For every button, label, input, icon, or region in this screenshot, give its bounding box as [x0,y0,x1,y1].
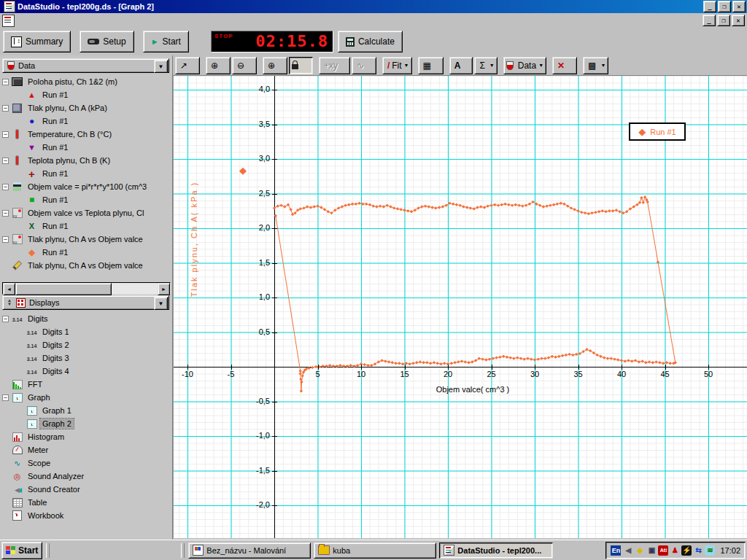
dropdown-caret-icon[interactable]: ▼ [600,63,605,68]
graph-toolbar-button[interactable]: ✕ ▼ [552,57,577,74]
scroll-left-arrow[interactable]: ◄ [3,283,15,295]
taskbar-clock[interactable]: 17:02 [720,546,740,555]
graph-toolbar-button[interactable]: Data ▼ [503,57,546,74]
close-button[interactable]: ✕ [732,1,746,12]
data-panel-header[interactable]: Data ▼ [2,58,169,73]
expand-collapse-icon[interactable]: − [2,394,9,401]
panel-splitter-icon[interactable]: ▲▼ [7,299,12,306]
data-tree-row[interactable]: − Temperature, Ch B (°C) [0,128,172,141]
display-tree-row[interactable]: − FFT [0,378,172,391]
data-tree-row[interactable]: − Poloha pistu, Ch 1&2 (m) [0,75,172,88]
powerstrip-icon[interactable]: ⚡ [681,545,692,556]
menu-item[interactable] [48,19,58,22]
setup-button[interactable]: Setup [80,31,133,52]
data-tree-row[interactable]: − Tlak plynu, Ch A (kPa) [0,101,172,114]
graph-toolbar-button[interactable]: ↗ ▼ [175,57,200,74]
display-tree-row[interactable]: − Digits 3 [0,351,172,365]
data-tree-row[interactable]: − Run #1 [0,246,172,259]
displays-panel-dropdown[interactable]: ▼ [154,297,168,310]
volume-icon[interactable]: ◀ [623,545,633,556]
data-tree-row[interactable]: − Tlak plynu, Ch A vs Objem valce [0,233,172,246]
display-tree-row[interactable]: − Graph [0,391,172,404]
data-tree-row[interactable]: − Objem valce vs Teplota plynu, Cl [0,206,172,219]
graph-toolbar-button[interactable]: Σ ▼ [474,57,497,74]
menu-item[interactable] [28,19,38,22]
graph-toolbar-button[interactable]: ▦ ▼ [418,57,444,74]
expand-collapse-icon[interactable]: − [2,184,9,190]
display-tree-row[interactable]: − Graph 2 [0,417,172,430]
task-button[interactable]: kuba [314,542,436,559]
display-tree-row[interactable]: − Sound Creator [0,483,172,496]
start-button[interactable]: ► Start [143,31,189,52]
keyboard-language-indicator[interactable]: En [611,545,621,556]
data-tree-row[interactable]: − Run #1 [0,193,172,206]
x-axis-label[interactable]: Objem valce( cm^3 ) [392,385,553,394]
data-panel-dropdown[interactable]: ▼ [154,60,168,73]
data-tree-row[interactable]: − Run #1 [0,88,172,101]
graph-toolbar-button[interactable]: A ▼ [449,57,473,74]
scrollbar-thumb[interactable] [15,283,112,295]
summary-button[interactable]: Summary [3,31,71,52]
dropdown-caret-icon[interactable]: ▼ [538,63,543,68]
display-tree-row[interactable]: − Meter [0,443,172,456]
display-tree-row[interactable]: − Digits [0,312,172,325]
y-axis-label[interactable]: Tlak plynu, Ch A( kPa ) [190,130,198,349]
child-window-icon[interactable] [2,15,15,27]
displays-panel-header[interactable]: ▲▼ Displays ▼ [2,295,169,310]
graph-toolbar-button[interactable]: ∿ ▼ [352,57,376,74]
menu-item[interactable] [38,19,48,22]
graph-toolbar-button[interactable]: ⊕ ▼ [263,57,287,74]
ati-icon[interactable]: Ati [658,545,668,556]
child-minimize-button[interactable]: _ [703,15,716,26]
display-tree-row[interactable]: − Digits 1 [0,325,172,338]
legend[interactable]: ◆ Run #1 [629,122,686,141]
display-tree-row[interactable]: − Table [0,496,172,509]
data-tree-row[interactable]: − Tlak plynu, Ch A vs Objem valce [0,259,172,272]
dropdown-caret-icon[interactable]: ▼ [404,63,409,68]
expand-collapse-icon[interactable]: − [2,316,9,322]
data-tree-row[interactable]: − Run #1 [0,114,172,128]
child-close-button[interactable]: ✕ [732,15,745,26]
display-tree-row[interactable]: − Sound Analyzer [0,470,172,483]
display-tree-row[interactable]: − Digits 2 [0,338,172,351]
menu-item[interactable] [69,19,79,22]
graph-toolbar-button[interactable]: ▼ [289,57,313,74]
expand-collapse-icon[interactable]: − [2,79,9,85]
task-button[interactable]: Bez_názvu - Malování [188,542,311,559]
child-restore-button[interactable]: ❐ [717,15,730,26]
blue-arrows-icon[interactable]: ⇆ [693,545,703,556]
display-tree-row[interactable]: − Scope [0,456,172,470]
scroll-right-arrow[interactable]: ► [158,283,170,295]
series-markers[interactable] [273,195,677,392]
minimize-button[interactable]: _ [703,1,716,12]
graph-toolbar-button[interactable]: ⊖ ▼ [232,57,257,74]
data-tree-row[interactable]: − Run #1 [0,167,172,180]
expand-collapse-icon[interactable]: − [2,158,9,164]
display-tree-row[interactable]: − Histogram [0,430,172,443]
expand-collapse-icon[interactable]: − [2,105,9,112]
start-menu-button[interactable]: Start [1,542,42,559]
menu-item[interactable] [18,19,28,22]
data-tree-row[interactable]: − Teplota plynu, Ch B (K) [0,154,172,167]
yellow-diamond-icon[interactable]: ◆ [635,545,645,556]
calculate-button[interactable]: Calculate [338,31,403,52]
expand-collapse-icon[interactable]: − [2,131,9,138]
graph-toolbar-button[interactable]: +xy ▼ [319,57,350,74]
display-tree-row[interactable]: − Workbook [0,509,172,522]
restore-button[interactable]: ❐ [718,1,731,12]
menu-item[interactable] [58,19,69,22]
graph-toolbar-button[interactable]: ⊕ ▼ [206,57,231,74]
graph-toolbar-button[interactable]: ▩ ▼ [583,57,608,74]
data-tree-row[interactable]: − Run #1 [0,141,172,154]
data-tree-hscrollbar[interactable]: ◄ ► [2,282,171,295]
green-wave-icon[interactable]: ≋ [705,545,715,556]
display-tree-row[interactable]: − Digits 4 [0,365,172,378]
task-button[interactable]: DataStudio - tepl200... [439,542,553,559]
expand-collapse-icon[interactable]: − [2,236,9,243]
dropdown-caret-icon[interactable]: ▼ [489,63,495,68]
expand-collapse-icon[interactable]: − [2,210,9,217]
red-figure-icon[interactable]: ♟ [670,545,680,556]
graph-toolbar-button[interactable]: / Fit ▼ [382,57,412,74]
data-tree-row[interactable]: − Run #1 [0,219,172,233]
display-tree-row[interactable]: − Graph 1 [0,404,172,417]
